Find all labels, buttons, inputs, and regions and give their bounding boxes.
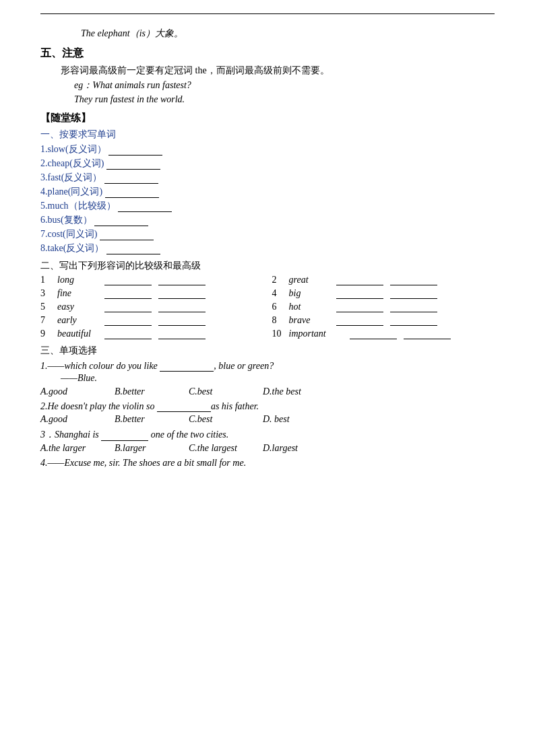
q2-options: A.good B.better C.best D. best (40, 414, 495, 425)
list-item: 8.take(反义词） (40, 242, 495, 254)
part1-items: 1.slow(反义词） 2.cheap(反义词) 3.fast(反义词） 4.p… (40, 143, 495, 254)
practice-title: 【随堂练】 (40, 112, 495, 125)
top-divider (40, 13, 495, 14)
section5-note: 形容词最高级前一定要有定冠词 the，而副词最高级前则不需要。 (61, 65, 495, 77)
list-item: 3.fast(反义词） (40, 172, 495, 184)
section5-eg1: eg：What animals run fastest? (74, 79, 495, 92)
question-3: 3．Shanghai is one of the two cities. A.t… (40, 429, 495, 454)
question-1: 1.——which colour do you like , blue or g… (40, 361, 495, 397)
question-4: 4.——Excuse me, sir. The shoes are a bit … (40, 458, 495, 469)
q3-options: A.the larger B.larger C.the largest D.la… (40, 443, 495, 454)
part2-title: 二、写出下列形容词的比较级和最高级 (40, 260, 495, 272)
list-item: 2.cheap(反义词) (40, 158, 495, 170)
table-row: 9 beautiful 10 important (40, 329, 495, 339)
section5-eg2: They run fastest in the world. (74, 94, 495, 105)
section5-title: 五、注意 (40, 46, 495, 61)
question-2: 2.He doesn't play the violin so as his f… (40, 401, 495, 425)
table-row: 1 long 2 great (40, 275, 495, 285)
part3-title: 三、单项选择 (40, 345, 495, 357)
q1-options: A.good B.better C.best D.the best (40, 386, 495, 397)
table-row: 7 early 8 brave (40, 315, 495, 326)
list-item: 7.cost(同义词) (40, 228, 495, 240)
part2-grid: 1 long 2 great 3 fine 4 big (40, 275, 495, 339)
q3-text: 3．Shanghai is one of the two cities. (40, 429, 495, 441)
list-item: 5.much（比较级） (40, 200, 495, 212)
q4-text: 4.——Excuse me, sir. The shoes are a bit … (40, 458, 495, 469)
table-row: 5 easy 6 hot (40, 302, 495, 312)
list-item: 4.plane(同义词) (40, 186, 495, 198)
q1-answer: ——Blue. (61, 373, 495, 384)
part1-title: 一、按要求写单词 (40, 129, 495, 141)
q1-text: 1.——which colour do you like , blue or g… (40, 361, 495, 372)
list-item: 6.bus(复数） (40, 214, 495, 226)
list-item: 1.slow(反义词） (40, 143, 495, 156)
intro-example: The elephant（is）大象。 (81, 28, 495, 40)
q2-text: 2.He doesn't play the violin so as his f… (40, 401, 495, 412)
table-row: 3 fine 4 big (40, 288, 495, 299)
